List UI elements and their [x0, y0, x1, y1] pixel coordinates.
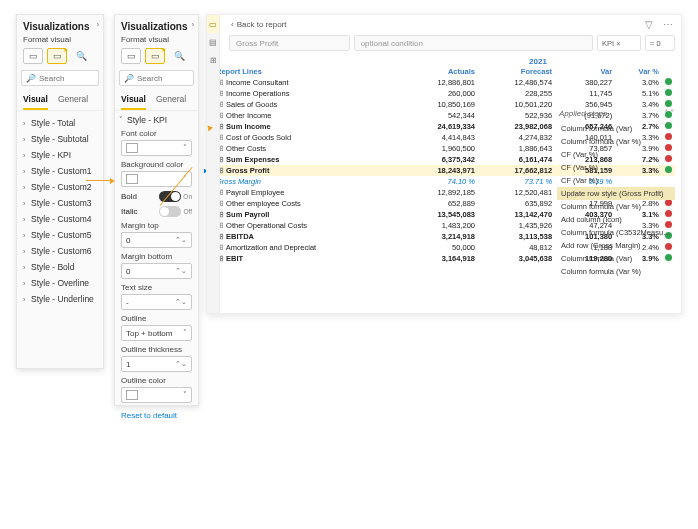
more-icon[interactable]: ⋯ [661, 19, 675, 30]
gross-profit-field[interactable]: Gross Profit [229, 35, 350, 51]
format-visual-icon[interactable]: ▭★ [47, 48, 67, 64]
panel2-icons: ▭ ▭★ 🔍 [115, 48, 198, 70]
panel2-tabs: Visual General [115, 90, 198, 111]
applied-step-item[interactable]: CF (Var %) [557, 148, 675, 161]
search-input[interactable] [137, 74, 242, 83]
applied-step-item[interactable]: Column formula (Var %) [557, 265, 675, 278]
reset-to-default[interactable]: Reset to default [115, 405, 198, 424]
report-view-icon[interactable]: ▭ [207, 15, 219, 33]
outline-thickness-input[interactable]: 1⌃⌄ [121, 356, 192, 372]
bg-color-label: Background color [121, 160, 192, 169]
font-color-label: Font color [121, 129, 192, 138]
col-forecast[interactable]: Forecast [478, 66, 555, 77]
outline-select[interactable]: Top + bottom˅ [121, 325, 192, 341]
chevron-up-icon[interactable]: ˄ [663, 109, 667, 118]
outline-label: Outline [121, 314, 192, 323]
tab-visual[interactable]: Visual [121, 92, 146, 110]
style-item[interactable]: ›Style - Custom1 [19, 163, 101, 179]
text-size-input[interactable]: -⌃⌄ [121, 294, 192, 310]
main-visual: ‹Back to report ▽ ⋯ Gross Profit optiona… [206, 14, 682, 314]
period-header: 2021 [401, 56, 675, 66]
applied-steps-header[interactable]: Applied steps ˄ ˅ [557, 107, 675, 122]
search-icon: 🔎 [26, 74, 36, 83]
panel1-icons: ▭ ▭★ 🔍 [17, 48, 103, 70]
optional-condition-field[interactable]: optional condition [354, 35, 593, 51]
margin-bottom-label: Margin bottom [121, 252, 192, 261]
panel2-search[interactable]: 🔎 [119, 70, 194, 86]
margin-top-label: Margin top [121, 221, 192, 230]
panel2-sub: Format visual [115, 35, 198, 48]
outline-color-select[interactable]: ˅ [121, 387, 192, 403]
style-item[interactable]: ›Style - Custom4 [19, 211, 101, 227]
applied-step-item[interactable]: Add row (Gross Margin) [557, 239, 675, 252]
build-visual-icon[interactable]: ▭ [121, 48, 141, 64]
analytics-icon[interactable]: 🔍 [71, 48, 91, 64]
tab-general[interactable]: General [58, 92, 88, 110]
style-item[interactable]: ›Style - Custom3 [19, 195, 101, 211]
applied-step-item[interactable]: Column formula (Var %) [557, 135, 675, 148]
format-visual-icon[interactable]: ▭★ [145, 48, 165, 64]
main-toolbar: ‹Back to report ▽ ⋯ [207, 15, 681, 33]
tab-visual[interactable]: Visual [23, 92, 48, 110]
bold-toggle[interactable] [159, 191, 181, 202]
panel1-title: Visualizations› [17, 15, 103, 35]
build-visual-icon[interactable]: ▭ [23, 48, 43, 64]
collapse-icon[interactable]: › [97, 21, 99, 28]
style-item[interactable]: ›Style - Total [19, 115, 101, 131]
applied-step-item[interactable]: Update row style (Gross Profit) [557, 187, 675, 200]
kpi-tag[interactable]: KPI × [597, 35, 641, 51]
margin-bottom-input[interactable]: 0⌃⌄ [121, 263, 192, 279]
applied-step-item[interactable]: CF (Var %) [557, 161, 675, 174]
style-item[interactable]: ›Style - KPI [19, 147, 101, 163]
style-item[interactable]: ›Style - Subtotal [19, 131, 101, 147]
collapse-icon[interactable]: › [192, 21, 194, 28]
model-view-icon[interactable]: ⊞ [207, 51, 219, 69]
panel1-sub: Format visual [17, 35, 103, 48]
style-kpi-expanded[interactable]: ˅Style - KPI [115, 111, 198, 127]
applied-step-item[interactable]: Column formula (Var) [557, 122, 675, 135]
eq-zero[interactable]: = 0 [645, 35, 675, 51]
style-item[interactable]: ›Style - Custom2 [19, 179, 101, 195]
col-var[interactable]: Var [555, 66, 615, 77]
bold-label: Bold [121, 192, 137, 201]
italic-label: Italic [121, 207, 137, 216]
data-view-icon[interactable]: ▤ [207, 33, 219, 51]
outline-color-label: Outline color [121, 376, 192, 385]
applied-step-item[interactable]: Add column (Icon) [557, 213, 675, 226]
applied-step-item[interactable]: Column formula (Var) [557, 252, 675, 265]
col-actuals[interactable]: Actuals [401, 66, 478, 77]
col-varp[interactable]: Var % [615, 66, 662, 77]
table-row[interactable]: ⊞ Income Operations260,000228,25511,7455… [213, 88, 675, 99]
style-item[interactable]: ›Style - Underline [19, 291, 101, 307]
panel1-search[interactable]: 🔎 [21, 70, 99, 86]
style-item[interactable]: ›Style - Overline [19, 275, 101, 291]
style-item[interactable]: ›Style - Bold [19, 259, 101, 275]
style-item[interactable]: ›Style - Custom5 [19, 227, 101, 243]
visualizations-panel-2: Visualizations› Format visual ▭ ▭★ 🔍 🔎 V… [114, 14, 199, 406]
applied-step-item[interactable]: CF (Var %) [557, 174, 675, 187]
chevron-down-icon[interactable]: ˅ [669, 109, 673, 118]
view-mode-tabs: ▭ ▤ ⊞ [206, 14, 220, 314]
analytics-icon[interactable]: 🔍 [169, 48, 189, 64]
filter-icon[interactable]: ▽ [643, 19, 655, 30]
table-row[interactable]: ⊞ Income Consultant12,886,80112,486,5743… [213, 77, 675, 88]
text-size-label: Text size [121, 283, 192, 292]
panel1-tabs: Visual General [17, 90, 103, 111]
margin-top-input[interactable]: 0⌃⌄ [121, 232, 192, 248]
panel1-style-list: ›Style - Total›Style - Subtotal›Style - … [17, 111, 103, 313]
applied-step-item[interactable]: Column formula (C3532Measures164… [557, 226, 675, 239]
tab-general[interactable]: General [156, 92, 186, 110]
outline-thickness-label: Outline thickness [121, 345, 192, 354]
search-icon: 🔎 [124, 74, 134, 83]
visualizations-panel-1: Visualizations› Format visual ▭ ▭★ 🔍 🔎 V… [16, 14, 104, 369]
style-item[interactable]: ›Style - Custom6 [19, 243, 101, 259]
applied-steps: Applied steps ˄ ˅ Column formula (Var)Co… [557, 107, 675, 278]
bg-color-select[interactable]: ˅ [121, 171, 192, 187]
back-to-report[interactable]: ‹Back to report [231, 20, 286, 29]
italic-toggle[interactable] [159, 206, 181, 217]
applied-step-item[interactable]: Column formula (Var %) [557, 200, 675, 213]
panel2-title: Visualizations› [115, 15, 198, 35]
font-color-select[interactable]: ˅ [121, 140, 192, 156]
formula-bar: Gross Profit optional condition KPI × = … [207, 33, 681, 53]
